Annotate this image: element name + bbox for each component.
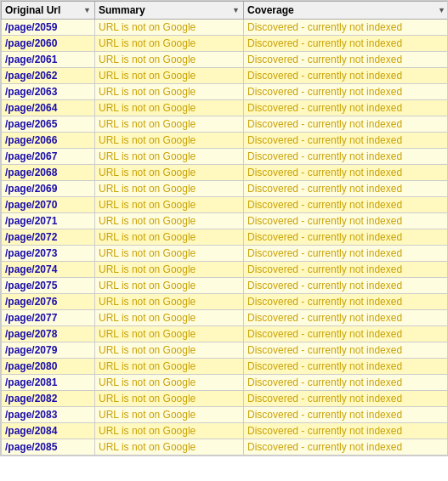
cell-summary: URL is not on Google: [95, 326, 244, 342]
cell-summary: URL is not on Google: [95, 100, 244, 116]
table-row: /page/2084URL is not on GoogleDiscovered…: [2, 423, 449, 439]
cell-coverage: Discovered - currently not indexed: [244, 294, 449, 310]
table-row: /page/2069URL is not on GoogleDiscovered…: [2, 181, 449, 197]
cell-coverage: Discovered - currently not indexed: [244, 52, 449, 68]
sort-icon-summary: ▼: [232, 6, 240, 14]
cell-url: /page/2075: [2, 278, 95, 294]
header-url-label: Original Url: [5, 4, 60, 16]
table-row: /page/2082URL is not on GoogleDiscovered…: [2, 391, 449, 407]
cell-summary: URL is not on Google: [95, 262, 244, 278]
cell-url: /page/2060: [2, 36, 95, 52]
table-row: /page/2059URL is not on GoogleDiscovered…: [2, 20, 449, 36]
header-coverage-label: Coverage: [247, 4, 294, 16]
cell-url: /page/2082: [2, 391, 95, 407]
sort-icon-coverage: ▼: [438, 6, 445, 14]
cell-coverage: Discovered - currently not indexed: [244, 165, 449, 181]
table-row: /page/2067URL is not on GoogleDiscovered…: [2, 149, 449, 165]
cell-coverage: Discovered - currently not indexed: [244, 197, 449, 213]
cell-url: /page/2062: [2, 68, 95, 84]
table-row: /page/2077URL is not on GoogleDiscovered…: [2, 310, 449, 326]
cell-summary: URL is not on Google: [95, 375, 244, 391]
table-row: /page/2085URL is not on GoogleDiscovered…: [2, 439, 449, 456]
cell-coverage: Discovered - currently not indexed: [244, 278, 449, 294]
cell-summary: URL is not on Google: [95, 407, 244, 423]
cell-summary: URL is not on Google: [95, 294, 244, 310]
main-table-container: Original Url ▼ Summary ▼ Coverage ▼: [0, 0, 448, 456]
table-row: /page/2065URL is not on GoogleDiscovered…: [2, 116, 449, 133]
data-table: Original Url ▼ Summary ▼ Coverage ▼: [1, 1, 448, 456]
cell-coverage: Discovered - currently not indexed: [244, 407, 449, 423]
cell-url: /page/2074: [2, 262, 95, 278]
cell-url: /page/2081: [2, 375, 95, 391]
cell-coverage: Discovered - currently not indexed: [244, 375, 449, 391]
table-row: /page/2066URL is not on GoogleDiscovered…: [2, 133, 449, 149]
cell-coverage: Discovered - currently not indexed: [244, 68, 449, 84]
cell-url: /page/2079: [2, 342, 95, 359]
table-row: /page/2076URL is not on GoogleDiscovered…: [2, 294, 449, 310]
header-coverage[interactable]: Coverage ▼: [244, 2, 449, 20]
cell-summary: URL is not on Google: [95, 52, 244, 68]
cell-url: /page/2059: [2, 20, 95, 36]
cell-coverage: Discovered - currently not indexed: [244, 310, 449, 326]
cell-coverage: Discovered - currently not indexed: [244, 229, 449, 246]
cell-url: /page/2068: [2, 165, 95, 181]
header-url[interactable]: Original Url ▼: [2, 2, 95, 20]
table-row: /page/2061URL is not on GoogleDiscovered…: [2, 52, 449, 68]
cell-url: /page/2076: [2, 294, 95, 310]
table-row: /page/2071URL is not on GoogleDiscovered…: [2, 213, 449, 229]
table-row: /page/2064URL is not on GoogleDiscovered…: [2, 100, 449, 116]
cell-summary: URL is not on Google: [95, 342, 244, 359]
cell-url: /page/2063: [2, 84, 95, 100]
cell-url: /page/2070: [2, 197, 95, 213]
cell-summary: URL is not on Google: [95, 391, 244, 407]
cell-summary: URL is not on Google: [95, 310, 244, 326]
cell-summary: URL is not on Google: [95, 36, 244, 52]
cell-summary: URL is not on Google: [95, 197, 244, 213]
cell-coverage: Discovered - currently not indexed: [244, 213, 449, 229]
table-row: /page/2068URL is not on GoogleDiscovered…: [2, 165, 449, 181]
cell-summary: URL is not on Google: [95, 423, 244, 439]
table-row: /page/2075URL is not on GoogleDiscovered…: [2, 278, 449, 294]
cell-url: /page/2065: [2, 116, 95, 133]
cell-coverage: Discovered - currently not indexed: [244, 20, 449, 36]
cell-coverage: Discovered - currently not indexed: [244, 36, 449, 52]
cell-coverage: Discovered - currently not indexed: [244, 116, 449, 133]
cell-url: /page/2071: [2, 213, 95, 229]
cell-url: /page/2064: [2, 100, 95, 116]
cell-coverage: Discovered - currently not indexed: [244, 100, 449, 116]
table-row: /page/2080URL is not on GoogleDiscovered…: [2, 359, 449, 375]
cell-summary: URL is not on Google: [95, 20, 244, 36]
table-row: /page/2070URL is not on GoogleDiscovered…: [2, 197, 449, 213]
table-row: /page/2078URL is not on GoogleDiscovered…: [2, 326, 449, 342]
cell-url: /page/2080: [2, 359, 95, 375]
cell-coverage: Discovered - currently not indexed: [244, 391, 449, 407]
cell-url: /page/2077: [2, 310, 95, 326]
table-row: /page/2062URL is not on GoogleDiscovered…: [2, 68, 449, 84]
cell-url: /page/2083: [2, 407, 95, 423]
cell-coverage: Discovered - currently not indexed: [244, 246, 449, 262]
cell-coverage: Discovered - currently not indexed: [244, 133, 449, 149]
table-header-row: Original Url ▼ Summary ▼ Coverage ▼: [2, 2, 449, 20]
cell-coverage: Discovered - currently not indexed: [244, 262, 449, 278]
cell-summary: URL is not on Google: [95, 278, 244, 294]
table-row: /page/2073URL is not on GoogleDiscovered…: [2, 246, 449, 262]
cell-summary: URL is not on Google: [95, 165, 244, 181]
cell-summary: URL is not on Google: [95, 133, 244, 149]
cell-summary: URL is not on Google: [95, 213, 244, 229]
cell-url: /page/2066: [2, 133, 95, 149]
cell-coverage: Discovered - currently not indexed: [244, 149, 449, 165]
table-row: /page/2081URL is not on GoogleDiscovered…: [2, 375, 449, 391]
cell-coverage: Discovered - currently not indexed: [244, 342, 449, 359]
cell-summary: URL is not on Google: [95, 84, 244, 100]
table-row: /page/2083URL is not on GoogleDiscovered…: [2, 407, 449, 423]
cell-url: /page/2085: [2, 439, 95, 456]
cell-url: /page/2067: [2, 149, 95, 165]
cell-url: /page/2073: [2, 246, 95, 262]
header-summary[interactable]: Summary ▼: [95, 2, 244, 20]
cell-summary: URL is not on Google: [95, 149, 244, 165]
cell-url: /page/2078: [2, 326, 95, 342]
cell-summary: URL is not on Google: [95, 229, 244, 246]
cell-summary: URL is not on Google: [95, 246, 244, 262]
cell-coverage: Discovered - currently not indexed: [244, 439, 449, 456]
table-row: /page/2079URL is not on GoogleDiscovered…: [2, 342, 449, 359]
